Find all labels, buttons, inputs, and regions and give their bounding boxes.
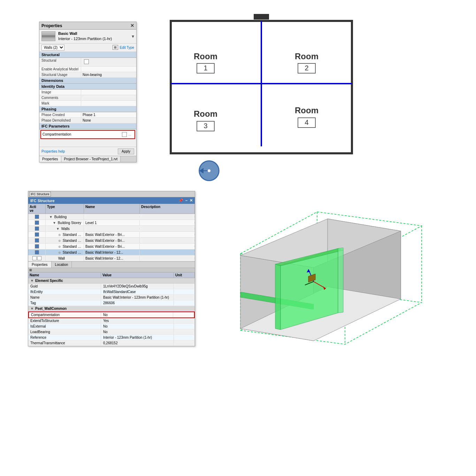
- prop-unit-extendtostructure: [174, 318, 195, 323]
- prop-value-phase-demolished: None: [81, 118, 136, 123]
- ifc-cb-wall1[interactable]: [35, 232, 39, 237]
- properties-help-link[interactable]: Properties help: [41, 149, 65, 153]
- props-col-value: Value: [101, 272, 174, 278]
- table-icon[interactable]: ⊞: [113, 45, 118, 50]
- tab-properties-ifc[interactable]: Properties: [28, 262, 52, 268]
- tab-properties[interactable]: Properties: [39, 156, 61, 162]
- close-button[interactable]: ✕: [130, 23, 134, 28]
- prop-name-extendtostructure: ExtendToStructure: [28, 318, 101, 323]
- prop-name-image: Image: [39, 90, 81, 95]
- prop-unit-isexternal: [174, 324, 195, 329]
- apply-button[interactable]: Apply: [118, 148, 134, 154]
- ifc-cb-wall5[interactable]: [32, 256, 37, 260]
- prop-name-comments: Comments: [39, 95, 81, 100]
- prop-unit-name: [174, 295, 195, 300]
- ifc-desc-wall3: [140, 246, 195, 247]
- prop-row-structural-usage: Structural Usage Non-bearing: [39, 72, 136, 78]
- ifc-active-storey: [28, 220, 46, 225]
- ifc-cb-storey[interactable]: [35, 221, 39, 225]
- ifc-col-active: Active: [28, 204, 46, 214]
- tab-project-browser[interactable]: Project Browser - TestProject_1.rvt: [61, 156, 121, 162]
- compartmentation-highlighted-row: Compartmentation …: [40, 130, 135, 139]
- ifc-minimize-icon[interactable]: –: [185, 198, 187, 203]
- prop-value-thermaltransmittance: 0,268152: [101, 340, 174, 346]
- prop-name-structural: Structural: [39, 58, 81, 66]
- ifc-section-header[interactable]: IFC Parameters: [39, 123, 136, 129]
- ifc-cb-wall5b[interactable]: [37, 256, 41, 260]
- room2-label: Room: [295, 52, 318, 61]
- phasing-section-header[interactable]: Phasing: [39, 106, 136, 112]
- prop-row-isexternal: IsExternal No: [28, 324, 195, 329]
- room1-number: 1: [204, 64, 207, 72]
- room4-label: Room: [295, 106, 318, 115]
- collapse-icon-element[interactable]: ▼: [30, 279, 34, 283]
- ifc-cb-wall2[interactable]: [35, 238, 39, 243]
- room1-label: Room: [194, 52, 217, 61]
- ifc-type-wall5: Wall: [46, 256, 84, 261]
- prop-value-compartmentation: No: [101, 312, 173, 317]
- ifc-label[interactable]: IFC Structure: [29, 192, 51, 197]
- compartmentation-row-inner: Compartmentation …: [41, 131, 135, 138]
- ifc-row-wall3: ⊕ Standard Wall Basic Wall:Exterior - Br…: [28, 244, 195, 249]
- ifc-type-wall4: ⊕ Standard Wall: [46, 250, 84, 255]
- nav-cube-svg: [195, 157, 223, 185]
- ifc-active-wall1: [28, 232, 46, 237]
- ifc-row-wall4: ⊕ Standard Wall Basic Wall:Interior - 12…: [28, 249, 195, 255]
- identity-section-header[interactable]: Identity Data: [39, 84, 136, 90]
- ifc-cb-building[interactable]: [35, 215, 39, 219]
- prop-name-phase-created: Phase Created: [39, 112, 81, 117]
- floor-plan-view: Room 1 Room 2 Room 3 Room 4: [164, 14, 359, 160]
- prop-unit-guid: [174, 284, 195, 289]
- ifc-desc-storey: [140, 222, 195, 223]
- prop-value-extendtostructure: Yes: [101, 318, 174, 323]
- ifc-name-building: [84, 216, 140, 217]
- ifc-type-wall3: ⊕ Standard Wall: [46, 244, 84, 249]
- prop-row-guid: Guid 1LnVe4Y2D9eQSxvDwib95g: [28, 284, 195, 289]
- walls-select[interactable]: Walls (2): [41, 45, 64, 51]
- expand-icon[interactable]: ▼: [49, 215, 53, 219]
- ifc-desc-wall5: [140, 258, 195, 259]
- prop-value-analytical: [81, 67, 136, 72]
- wall-type-header: Basic Wall Interior - 123mm Partition (1…: [39, 30, 136, 44]
- collapse-icon-pset[interactable]: ▼: [30, 307, 34, 310]
- prop-unit-compartmentation: [173, 312, 194, 317]
- prop-value-tag: 286606: [101, 300, 174, 306]
- prop-row-name: Name Basic Wall:Interior - 123mm Partiti…: [28, 295, 195, 300]
- scroll-space: [39, 140, 136, 147]
- ifc-active-wall2: [28, 238, 46, 243]
- prop-value-ifcentity: IfcWallStandardCase: [101, 289, 174, 294]
- structural-section-header[interactable]: Structural: [39, 52, 136, 58]
- ifc-col-name: Name: [84, 204, 140, 214]
- ifc-cb-walls[interactable]: [35, 227, 39, 231]
- dropdown-arrow: ▾: [132, 33, 134, 39]
- ifc-cb-wall4[interactable]: [35, 250, 39, 254]
- prop-row-reference: Reference Interior - 123mm Partition (1-…: [28, 335, 195, 340]
- svg-rect-7: [254, 14, 269, 20]
- expand-icon-walls[interactable]: ▼: [56, 227, 60, 231]
- ifc-active-building: [28, 214, 46, 220]
- ifc-desc-building: [140, 216, 195, 217]
- prop-unit-ifcentity: [174, 289, 195, 294]
- structural-checkbox[interactable]: [84, 59, 89, 64]
- dimensions-section-header[interactable]: Dimensions: [39, 78, 136, 84]
- prop-value-reference: Interior - 123mm Partition (1-hr): [101, 335, 174, 340]
- prop-name-ifcentity: IfcEntity: [28, 289, 101, 294]
- ifc-pin-icon[interactable]: 📌: [178, 198, 183, 203]
- ifc-cb-wall3[interactable]: [35, 244, 39, 248]
- ifc-close-icon[interactable]: ✕: [190, 198, 193, 203]
- prop-unit-thermaltransmittance: [174, 340, 195, 346]
- tab-location-ifc[interactable]: Location: [52, 262, 72, 268]
- ifc-titlebar: IFC Structure 📌 – ✕: [28, 197, 195, 204]
- ifc-type-building: ▼ Building: [46, 214, 84, 220]
- prop-row-thermaltransmittance: ThermalTransmittance 0,268152: [28, 340, 195, 346]
- prop-unit-reference: [174, 335, 195, 340]
- prop-value-isexternal: No: [101, 324, 174, 329]
- prop-value-structural: [81, 58, 136, 66]
- expand-icon-storey[interactable]: ▼: [53, 221, 56, 225]
- ifc-titlebar-controls: 📌 – ✕: [178, 198, 193, 203]
- compartmentation-checkbox[interactable]: [122, 132, 127, 137]
- edit-type-link[interactable]: Edit Type: [120, 46, 134, 49]
- prop-value-phase-created: Phase 1: [81, 112, 136, 117]
- nav-cube[interactable]: [195, 157, 223, 185]
- prop-row-comments: Comments: [39, 95, 136, 101]
